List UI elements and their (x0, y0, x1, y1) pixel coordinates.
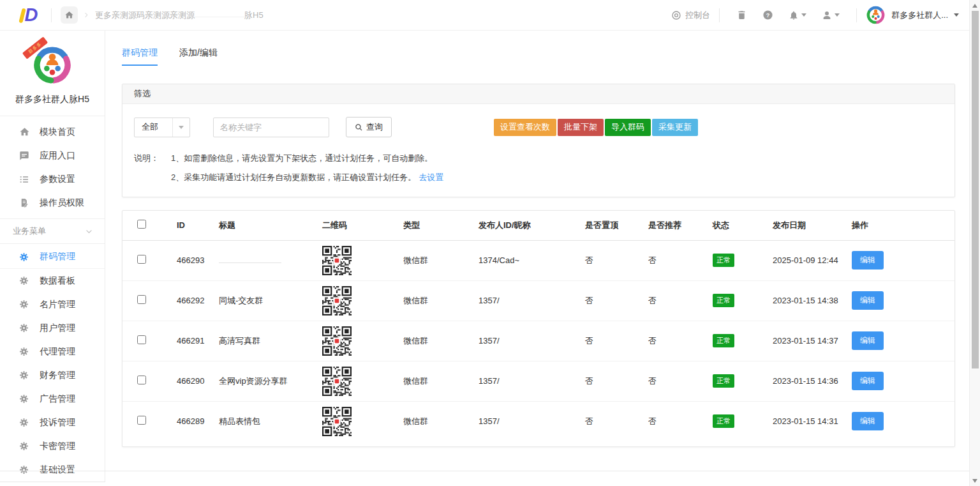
gear-icon (19, 323, 30, 333)
bulk-offline-button[interactable]: 批量下架 (558, 119, 604, 136)
row-checkbox[interactable] (137, 255, 146, 264)
list-settings-icon (19, 174, 30, 185)
row-id: 466290 (177, 361, 219, 401)
table-row: 466289 精品表情包 微信群 1357/ 否 否 正常 2023-01-15… (122, 401, 954, 441)
row-id: 466293 (177, 240, 219, 280)
sidebar-item-parameters[interactable]: 参数设置 (0, 167, 105, 191)
row-checkbox[interactable] (137, 295, 146, 304)
sidebar-item-cardkey-mgmt[interactable]: 卡密管理 (0, 434, 105, 458)
gear-icon (19, 464, 30, 475)
row-publisher: 1357/ (479, 361, 585, 401)
gear-icon (19, 370, 30, 381)
edit-button[interactable]: 编辑 (852, 412, 884, 430)
scroll-down-arrow-icon[interactable] (972, 479, 977, 483)
row-publisher: 1374/Cad~ (479, 240, 585, 280)
app-window: D 更多亲测源码亲测源亲测源 脉H5 控制台 (0, 0, 980, 486)
gear-icon (19, 346, 30, 357)
notifications-button[interactable] (789, 10, 806, 20)
row-recommended: 否 (648, 280, 713, 321)
account-name: 群多多社群人... (891, 10, 948, 21)
console-link[interactable]: 控制台 (671, 10, 710, 21)
caret-down-icon (801, 13, 806, 17)
chevron-down-icon (172, 118, 189, 137)
edit-button[interactable]: 编辑 (852, 372, 884, 390)
keyword-input[interactable] (213, 118, 329, 137)
gear-icon (19, 417, 30, 428)
site-logo[interactable]: D (17, 4, 42, 27)
divider (719, 8, 720, 22)
chevron-right-icon (83, 11, 90, 19)
row-type: 微信群 (403, 240, 479, 280)
gear-icon (19, 393, 30, 404)
row-pinned: 否 (585, 401, 648, 441)
collect-update-button[interactable]: 采集更新 (652, 119, 698, 136)
row-recommended: 否 (648, 240, 713, 280)
filter-panel-title: 筛选 (122, 84, 954, 104)
breadcrumb: 更多亲测源码亲测源亲测源 (95, 10, 195, 21)
sidebar-item-app-entry[interactable]: 应用入口 (0, 144, 105, 167)
status-badge: 正常 (713, 374, 734, 388)
sidebar-item-complaint-mgmt[interactable]: 投诉管理 (0, 411, 105, 434)
user-menu-button[interactable] (822, 10, 840, 20)
scroll-up-arrow-icon[interactable] (972, 4, 977, 8)
row-id: 466292 (177, 280, 219, 321)
sidebar-item-group-code[interactable]: 群码管理 (0, 245, 105, 269)
status-badge: 正常 (713, 414, 734, 428)
sidebar-item-ad-mgmt[interactable]: 广告管理 (0, 387, 105, 411)
caret-down-icon (835, 13, 840, 17)
import-group-code-button[interactable]: 导入群码 (605, 119, 651, 136)
sidebar-logo-block: 群多多 群多多社群人脉H5 (0, 31, 105, 116)
tab-add-edit[interactable]: 添加/编辑 (179, 47, 218, 66)
go-setup-link[interactable]: 去设置 (419, 172, 443, 182)
row-checkbox[interactable] (137, 335, 146, 344)
row-checkbox[interactable] (137, 416, 146, 425)
edit-button[interactable]: 编辑 (852, 331, 884, 350)
scrollbar-thumb[interactable] (972, 11, 979, 368)
footer-divider (0, 471, 969, 471)
row-pinned: 否 (585, 280, 648, 321)
row-recommended: 否 (648, 361, 713, 401)
col-type: 类型 (403, 211, 479, 240)
table-row: 466292 同城-交友群 微信群 1357/ 否 否 正常 2023-01-1… (122, 280, 954, 321)
sidebar-section-business[interactable]: 业务菜单 (0, 219, 105, 244)
qr-code-image (322, 326, 352, 356)
console-icon (671, 10, 681, 20)
sidebar-item-finance-mgmt[interactable]: 财务管理 (0, 363, 105, 387)
vertical-scrollbar[interactable] (969, 0, 980, 486)
gear-icon (19, 252, 30, 262)
tab-group-code-mgmt[interactable]: 群码管理 (122, 47, 158, 66)
sidebar-item-basic-settings[interactable]: 基础设置 (0, 458, 105, 482)
row-type: 微信群 (403, 280, 479, 321)
gear-icon (19, 441, 30, 452)
select-all-checkbox[interactable] (137, 220, 146, 229)
account-switcher[interactable]: 群多多社群人... (866, 5, 959, 25)
row-id: 466291 (177, 321, 219, 361)
table-row: 466291 高清写真群 微信群 1357/ 否 否 正常 2023-01-15… (122, 321, 954, 361)
set-view-count-button[interactable]: 设置查看次数 (494, 119, 556, 136)
breadcrumb-home-button[interactable] (61, 6, 78, 24)
edit-button[interactable]: 编辑 (852, 251, 884, 270)
help-button[interactable] (762, 10, 773, 20)
table-row: 466293 微信群 1374/Cad~ 否 否 正常 2025-01-09 1… (122, 240, 954, 280)
edit-button[interactable]: 编辑 (852, 291, 884, 310)
app-logo (866, 5, 886, 25)
sidebar-item-module-home[interactable]: 模块首页 (0, 120, 105, 144)
sidebar-item-data-board[interactable]: 数据看板 (0, 269, 105, 292)
clear-cache-button[interactable] (736, 10, 747, 20)
bulk-action-buttons: 设置查看次数 批量下架 导入群码 采集更新 (494, 119, 698, 136)
sidebar-item-user-mgmt[interactable]: 用户管理 (0, 316, 105, 340)
row-date: 2023-01-15 14:38 (773, 280, 852, 321)
sidebar-item-card-mgmt[interactable]: 名片管理 (0, 292, 105, 316)
row-type: 微信群 (403, 321, 479, 361)
row-publisher: 1357/ (479, 401, 585, 441)
search-button[interactable]: 查询 (346, 117, 392, 137)
breadcrumb-suffix: 脉H5 (244, 10, 264, 21)
sidebar-item-agent-mgmt[interactable]: 代理管理 (0, 340, 105, 363)
group-code-table: ID 标题 二维码 类型 发布人ID/昵称 是否置顶 是否推荐 状态 发布日期 … (122, 210, 955, 447)
type-select[interactable]: 全部 (134, 118, 190, 137)
document-edit-icon (19, 197, 30, 208)
chevron-down-icon (85, 227, 93, 236)
sidebar-item-operator-permissions[interactable]: 操作员权限 (0, 191, 105, 215)
qr-code-image (322, 367, 352, 396)
row-checkbox[interactable] (137, 376, 146, 384)
